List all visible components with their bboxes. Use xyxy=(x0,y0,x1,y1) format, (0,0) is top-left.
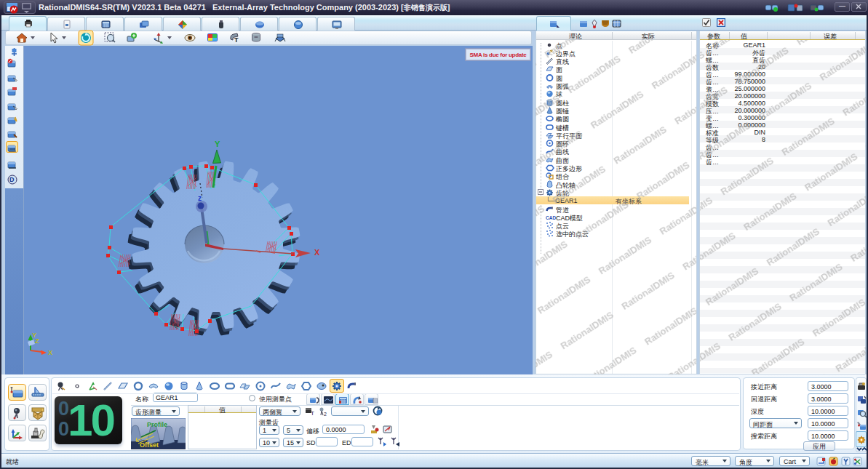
svg-text:X: X xyxy=(314,248,320,257)
svg-text:T: T xyxy=(311,410,314,417)
svg-text:z: z xyxy=(198,194,202,202)
svg-text:Profile: Profile xyxy=(147,421,167,428)
svg-text:2: 2 xyxy=(324,412,327,417)
svg-text:T: T xyxy=(234,36,239,44)
svg-text:Z: Z xyxy=(35,337,39,345)
svg-text:Y: Y xyxy=(215,140,220,148)
svg-text:Offset: Offset xyxy=(140,441,159,449)
svg-text:D: D xyxy=(9,176,15,183)
svg-text:X: X xyxy=(48,349,52,356)
